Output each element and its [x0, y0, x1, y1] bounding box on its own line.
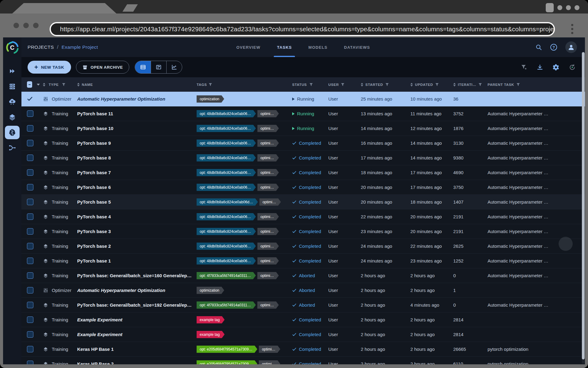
tab-models[interactable]: MODELS: [307, 37, 329, 57]
task-row[interactable]: OptimizerAutomatic Hyperparameter Optimi…: [21, 92, 585, 106]
task-name[interactable]: PyTorch base 1: [77, 258, 192, 263]
sort-arrows-icon[interactable]: [361, 83, 363, 86]
row-checkbox[interactable]: [27, 213, 33, 220]
task-name[interactable]: PyTorch base 5: [77, 199, 192, 205]
filter-funnel-icon[interactable]: [341, 83, 345, 86]
name-cell[interactable]: PyTorch base 7: [77, 170, 197, 175]
breadcrumb-projects[interactable]: PROJECTS: [28, 44, 54, 50]
search-icon[interactable]: [535, 44, 542, 51]
tag-pill[interactable]: optimi…: [257, 154, 279, 162]
tag-pill[interactable]: example tag: [197, 316, 224, 324]
sidebar-item-layers[interactable]: [5, 110, 20, 124]
task-name[interactable]: PyTorch base 8: [77, 155, 192, 160]
name-cell[interactable]: PyTorch base 5: [77, 199, 197, 205]
column-header-iter[interactable]: ITERATI…: [453, 83, 488, 86]
tag-pill[interactable]: optimi…: [259, 198, 281, 206]
tag-pill[interactable]: optimi…: [257, 228, 279, 235]
task-row[interactable]: TrainingKeras HP Base 1opt: e205d684f795…: [21, 342, 585, 357]
name-cell[interactable]: PyTorch base 1: [77, 258, 197, 263]
user-avatar[interactable]: [565, 41, 577, 53]
sidebar-item-pipeline[interactable]: [5, 141, 20, 155]
tag-pill[interactable]: opt: e205d684f7954571a7309…: [197, 360, 257, 365]
task-name[interactable]: PyTorch base 10: [77, 126, 192, 131]
tag-pill[interactable]: optimi…: [257, 301, 279, 309]
filter-funnel-icon[interactable]: [516, 83, 520, 86]
name-cell[interactable]: PyTorch base 9: [77, 140, 197, 146]
name-cell[interactable]: PyTorch base 8: [77, 155, 197, 160]
settings-gear-icon[interactable]: [552, 64, 560, 71]
name-cell[interactable]: PyTorch base 11: [77, 111, 197, 116]
tag-pill[interactable]: opt: 48db0b8a6c824ce0ab06…: [197, 184, 256, 191]
tag-pill[interactable]: optimi…: [259, 360, 280, 365]
row-checkbox[interactable]: [27, 287, 33, 293]
column-header-status[interactable]: STATUS: [292, 83, 328, 86]
browser-menu-icon[interactable]: [571, 24, 573, 34]
sidebar-item-cloud-gear[interactable]: [5, 95, 20, 109]
task-name[interactable]: Keras HP Base 2: [77, 361, 192, 364]
name-cell[interactable]: PyTorch base 10: [77, 126, 197, 131]
tag-pill[interactable]: opt: 4f7833ca5fd74914a0311…: [197, 272, 256, 279]
tag-pill[interactable]: opt: 48db0b8a6c824ce0ab06…: [197, 213, 256, 220]
task-row[interactable]: TrainingPyTorch base 5opt: 48db0b8a6c824…: [21, 195, 585, 209]
task-name[interactable]: PyTorch base: General/batch_size=192 Gen…: [77, 302, 192, 308]
row-checkbox[interactable]: [27, 228, 33, 235]
split-view-button[interactable]: [151, 61, 166, 73]
task-row[interactable]: TrainingPyTorch base 7opt: 48db0b8a6c824…: [21, 165, 585, 180]
tag-pill[interactable]: optimi…: [259, 346, 280, 353]
task-row[interactable]: TrainingPyTorch base 11opt: 48db0b8a6c82…: [21, 106, 585, 121]
tag-pill[interactable]: optimization: [197, 95, 224, 103]
table-view-button[interactable]: [135, 61, 151, 73]
tag-pill[interactable]: optimization: [197, 287, 224, 294]
task-name[interactable]: Example Experiment: [77, 317, 192, 322]
window-dot-icon[interactable]: [13, 23, 19, 28]
tab-overview[interactable]: OVERVIEW: [235, 37, 262, 57]
tag-pill[interactable]: optimi…: [257, 184, 279, 191]
tag-pill[interactable]: opt: e205d684f7954571a7309…: [197, 346, 257, 353]
task-row[interactable]: TrainingPyTorch base 8opt: 48db0b8a6c824…: [21, 151, 585, 165]
sort-arrows-icon[interactable]: [410, 83, 413, 86]
task-row[interactable]: TrainingPyTorch base 6opt: 48db0b8a6c824…: [21, 180, 585, 195]
task-row[interactable]: TrainingExample Experimentexample tagCom…: [21, 312, 585, 327]
sidebar-item-server-queues[interactable]: [5, 80, 20, 93]
clearml-logo[interactable]: C: [5, 40, 19, 55]
filter-funnel-icon[interactable]: [385, 83, 389, 86]
name-cell[interactable]: Automatic Hyperparameter Optimization: [77, 96, 197, 102]
filter-funnel-icon[interactable]: [478, 83, 482, 86]
column-header-tags[interactable]: TAGS: [197, 83, 292, 86]
row-checkbox[interactable]: [27, 169, 33, 176]
download-icon[interactable]: [537, 64, 543, 71]
browser-tab[interactable]: [12, 3, 116, 13]
tag-pill[interactable]: opt: 4f7833ca5fd74914a0311…: [197, 301, 256, 309]
select-all-checkbox[interactable]: [27, 81, 32, 88]
tag-pill[interactable]: opt: 48db0b8a6c824ce0ab06…: [197, 169, 256, 176]
window-control-dot[interactable]: [557, 5, 562, 10]
task-row[interactable]: TrainingPyTorch base: General/batch_size…: [21, 268, 585, 283]
row-checkbox[interactable]: [27, 125, 33, 132]
row-checkbox[interactable]: [27, 258, 33, 264]
task-name[interactable]: Automatic Hyperparameter Optimization: [77, 288, 192, 293]
tag-pill[interactable]: example tag: [197, 331, 224, 338]
name-cell[interactable]: PyTorch base: General/batch_size=192 Gen…: [77, 302, 197, 308]
tag-pill[interactable]: opt: 48db0b8a6c824ce0ab06…: [197, 154, 256, 162]
scrollbar-thumb[interactable]: [582, 52, 585, 359]
open-archive-button[interactable]: OPEN ARCHIVE: [76, 61, 130, 74]
tag-pill[interactable]: opt: 48db0b8a6c824ce0ab06…: [197, 243, 256, 250]
tag-pill[interactable]: optimi…: [257, 243, 279, 250]
row-checkbox[interactable]: [27, 346, 33, 352]
tag-pill[interactable]: optimi…: [257, 169, 279, 176]
task-name[interactable]: PyTorch base 4: [77, 214, 192, 219]
row-checkbox[interactable]: [27, 272, 33, 279]
tag-pill[interactable]: optimi…: [257, 110, 279, 117]
task-name[interactable]: Automatic Hyperparameter Optimization: [77, 96, 192, 102]
new-task-button[interactable]: + NEW TASK: [28, 61, 71, 74]
window-control-dot[interactable]: [575, 5, 579, 10]
selection-menu-caret-icon[interactable]: [37, 84, 40, 86]
task-name[interactable]: PyTorch base 6: [77, 185, 192, 190]
tag-pill[interactable]: optimi…: [257, 257, 279, 265]
tag-pill[interactable]: optimi…: [257, 125, 279, 132]
task-row[interactable]: TrainingPyTorch base 4opt: 48db0b8a6c824…: [21, 209, 585, 224]
window-control-dot[interactable]: [566, 5, 571, 10]
name-cell[interactable]: PyTorch base 6: [77, 185, 197, 190]
row-checkbox[interactable]: [27, 316, 33, 323]
task-row[interactable]: OptimizerAutomatic Hyperparameter Optimi…: [21, 283, 585, 298]
